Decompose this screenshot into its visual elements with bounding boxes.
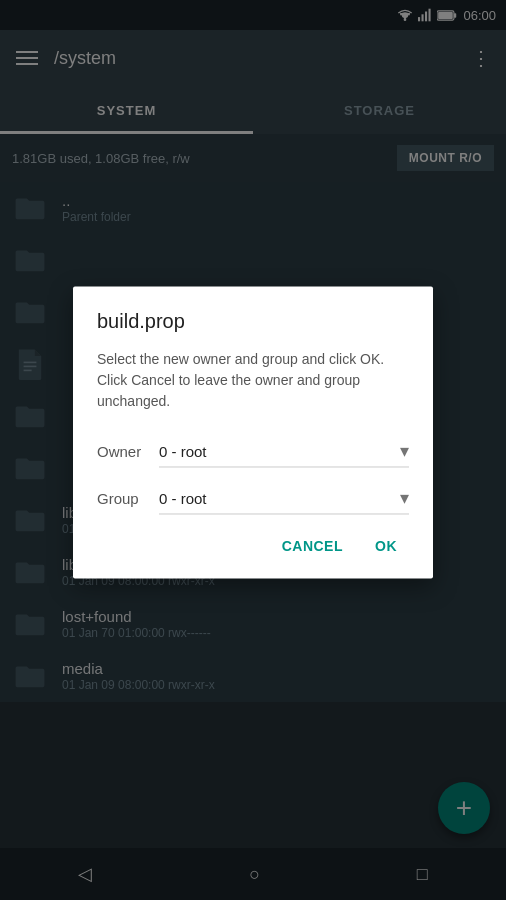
owner-label: Owner [97, 443, 147, 460]
group-dropdown-arrow: ▾ [400, 487, 409, 509]
owner-field: Owner 0 - root ▾ [97, 436, 409, 467]
group-select[interactable]: 0 - root ▾ [159, 483, 409, 514]
owner-dropdown-arrow: ▾ [400, 440, 409, 462]
dialog-message: Select the new owner and group and click… [97, 349, 409, 412]
dialog-title: build.prop [97, 310, 409, 333]
owner-select[interactable]: 0 - root ▾ [159, 436, 409, 467]
ok-button[interactable]: OK [363, 530, 409, 562]
owner-value: 0 - root [159, 443, 207, 460]
dialog-actions: CANCEL OK [97, 530, 409, 562]
group-label: Group [97, 490, 147, 507]
group-value: 0 - root [159, 490, 207, 507]
dialog: build.prop Select the new owner and grou… [73, 286, 433, 578]
group-field: Group 0 - root ▾ [97, 483, 409, 514]
cancel-button[interactable]: CANCEL [270, 530, 355, 562]
